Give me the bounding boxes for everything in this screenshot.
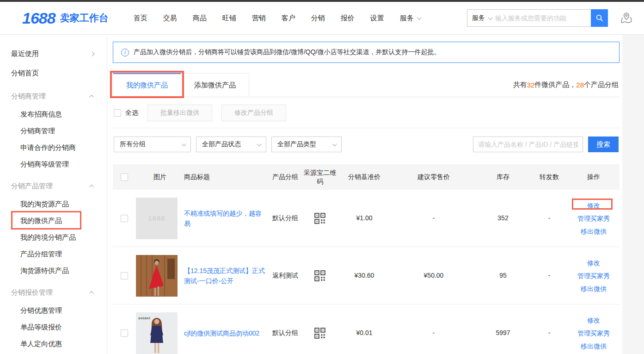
group-filter-select[interactable]: 所有分组 bbox=[114, 137, 191, 152]
select-value: 全部产品类型 bbox=[277, 140, 316, 149]
sidebar-item-label: 我的跨境分销产品 bbox=[20, 233, 76, 242]
nav-shop[interactable]: 旺铺 bbox=[222, 14, 236, 23]
sidebar-section-distributor-mgmt[interactable]: 分销商管理 bbox=[0, 87, 107, 106]
sidebar-item-label: 最近使用 bbox=[11, 50, 39, 58]
nav-customers[interactable]: 客户 bbox=[282, 14, 295, 23]
stock: 352 bbox=[475, 214, 531, 223]
sidebar-item-product-group-mgmt[interactable]: 产品分组管理 bbox=[0, 246, 107, 262]
manage-buyer-show-link[interactable]: 管理买家秀 bbox=[577, 329, 610, 338]
nav-distribution[interactable]: 分销 bbox=[311, 14, 325, 23]
edit-link[interactable]: 修改 bbox=[587, 201, 600, 210]
select-value: 所有分组 bbox=[120, 140, 146, 149]
sidebar-item-cooperation-applications[interactable]: 申请合作的分销商 bbox=[0, 139, 107, 156]
product-title-link[interactable]: 【12.15茂茂正式测试】正式测试-一口价-公开 bbox=[184, 266, 267, 286]
sidebar-item-label: 分销商等级管理 bbox=[20, 160, 69, 169]
change-group-button[interactable]: 修改产品分组 bbox=[221, 105, 286, 121]
product-image[interactable]: snidel bbox=[136, 312, 178, 354]
product-image[interactable] bbox=[136, 255, 178, 297]
product-group: 默认分组 bbox=[267, 329, 303, 337]
sidebar-item-personal-discount[interactable]: 单人定向优惠 bbox=[0, 335, 107, 352]
nav-settings[interactable]: 设置 bbox=[370, 14, 384, 23]
row-checkbox[interactable] bbox=[121, 215, 128, 222]
nav-services[interactable]: 服务 bbox=[400, 14, 420, 23]
header-retail-price: 建议零售价 bbox=[392, 173, 475, 181]
bulk-remove-button[interactable]: 批量移出微供 bbox=[147, 105, 212, 121]
product-search-input[interactable] bbox=[473, 137, 583, 152]
info-banner: i 产品加入微供分销后，分销商将可以铺货该商品到微信/微博/QQ/微小店等社交渠… bbox=[113, 42, 619, 63]
select-value: 全部产品状态 bbox=[202, 140, 241, 149]
header-qr: 采源宝二维码 bbox=[303, 168, 337, 186]
sidebar-item-discount-mgmt[interactable]: 分销优惠管理 bbox=[0, 302, 107, 319]
stock: 5997 bbox=[475, 329, 531, 337]
type-filter-select[interactable]: 全部产品类型 bbox=[271, 137, 342, 152]
product-title-link[interactable]: 不精准或填写的越少，越容易 bbox=[184, 208, 267, 229]
header-forwards: 转发数 bbox=[531, 173, 568, 181]
tab-my-weigong-products[interactable]: 我的微供产品 bbox=[113, 73, 181, 97]
tab-label: 我的微供产品 bbox=[126, 81, 168, 90]
sidebar-section-quote-mgmt[interactable]: 分销报价管理 bbox=[0, 283, 107, 302]
summary-counts: 共有32件微供产品，28个产品分组 bbox=[513, 73, 619, 97]
topbar-search-button[interactable] bbox=[591, 9, 608, 27]
red-dress-photo bbox=[136, 255, 178, 297]
retail-price: ¥50.00 bbox=[392, 271, 475, 280]
sidebar-item-taohuoyuan-products[interactable]: 我的淘货源产品 bbox=[0, 196, 107, 212]
select-all-checkbox[interactable] bbox=[114, 109, 121, 117]
qr-code-icon[interactable] bbox=[314, 327, 326, 339]
search-button[interactable]: 搜索 bbox=[588, 137, 619, 152]
remove-weigong-link[interactable]: 移出微供 bbox=[581, 284, 607, 293]
header-base-price: 分销基准价 bbox=[337, 173, 392, 181]
product-image[interactable]: 1688 bbox=[136, 198, 178, 239]
sidebar-item-item-level-quote[interactable]: 单品等级报价 bbox=[0, 319, 107, 335]
chevron-down-icon bbox=[182, 142, 186, 146]
site-map-icon[interactable] bbox=[620, 12, 633, 25]
qr-code-icon[interactable] bbox=[314, 270, 326, 282]
base-price: ¥1.00 bbox=[337, 214, 392, 223]
sidebar-item-recently-used[interactable]: 最近使用 bbox=[0, 44, 107, 63]
nav-home[interactable]: 首页 bbox=[134, 14, 147, 23]
nav-marketing[interactable]: 营销 bbox=[252, 14, 266, 23]
header-stock: 库存 bbox=[475, 173, 531, 181]
nav-quotes[interactable]: 报价 bbox=[341, 14, 355, 23]
logo-1688[interactable]: 1688 bbox=[22, 9, 55, 27]
sidebar-item-label: 分销首页 bbox=[11, 69, 39, 78]
header-checkbox[interactable] bbox=[121, 174, 128, 181]
manage-buyer-show-link[interactable]: 管理买家秀 bbox=[577, 271, 610, 280]
edit-link[interactable]: 修改 bbox=[587, 258, 600, 267]
top-navbar: 1688 卖家工作台 首页 交易 商品 旺铺 营销 客户 分销 报价 设置 服务… bbox=[0, 2, 644, 35]
sidebar-section-product-mgmt[interactable]: 分销产品管理 bbox=[0, 176, 107, 196]
nav-products[interactable]: 商品 bbox=[193, 14, 207, 23]
sidebar-item-label: 单人定向优惠 bbox=[20, 340, 62, 348]
sidebar-item-distributor-management[interactable]: 分销商管理 bbox=[0, 123, 107, 139]
sidebar-item-distributor-level[interactable]: 分销商等级管理 bbox=[0, 156, 107, 173]
product-title-link[interactable]: cjf的微供测试商品勿动002 bbox=[184, 328, 259, 338]
base-price: ¥30.60 bbox=[337, 271, 392, 280]
topbar-search-input[interactable] bbox=[495, 14, 586, 22]
manage-buyer-show-link[interactable]: 管理买家秀 bbox=[577, 214, 610, 223]
sidebar-item-weigong-products[interactable]: 我的微供产品 bbox=[0, 212, 107, 229]
sidebar-item-label: 我的微供产品 bbox=[20, 217, 62, 225]
search-category-dropdown[interactable]: 服务 bbox=[472, 14, 491, 22]
sidebar-item-taohuoyuan-special[interactable]: 淘货源特供产品 bbox=[0, 262, 107, 279]
tab-add-weigong-products[interactable]: 添加微供产品 bbox=[181, 73, 249, 97]
search-category-label: 服务 bbox=[472, 14, 485, 22]
remove-weigong-link[interactable]: 移出微供 bbox=[581, 342, 607, 351]
nav-services-label: 服务 bbox=[400, 14, 414, 23]
row-checkbox[interactable] bbox=[121, 329, 128, 337]
banner-text: 产品加入微供分销后，分销商将可以铺货该商品到微信/微博/QQ/微小店等社交渠道，… bbox=[134, 48, 440, 56]
stock: 95 bbox=[475, 271, 531, 280]
brand-label: snidel bbox=[138, 314, 150, 323]
sidebar-item-publish-investment[interactable]: 发布招商信息 bbox=[0, 106, 107, 123]
status-filter-select[interactable]: 全部产品状态 bbox=[196, 137, 266, 152]
remove-weigong-link[interactable]: 移出微供 bbox=[581, 227, 607, 236]
nav-trade[interactable]: 交易 bbox=[163, 14, 177, 23]
chevron-down-icon bbox=[332, 142, 337, 146]
sidebar-item-crossborder-products[interactable]: 我的跨境分销产品 bbox=[0, 229, 107, 246]
right-gutter bbox=[622, 35, 644, 354]
qr-code-icon[interactable] bbox=[314, 212, 326, 224]
select-all-label[interactable]: 全选 bbox=[125, 109, 138, 117]
sidebar: 最近使用 分销首页 分销商管理 发布招商信息 分销商管理 申请合作的分销商 分销… bbox=[0, 35, 107, 354]
edit-link[interactable]: 修改 bbox=[587, 316, 600, 325]
sidebar-section-label: 分销商管理 bbox=[11, 92, 46, 101]
row-checkbox[interactable] bbox=[121, 272, 128, 279]
sidebar-item-distribution-home[interactable]: 分销首页 bbox=[0, 63, 107, 83]
